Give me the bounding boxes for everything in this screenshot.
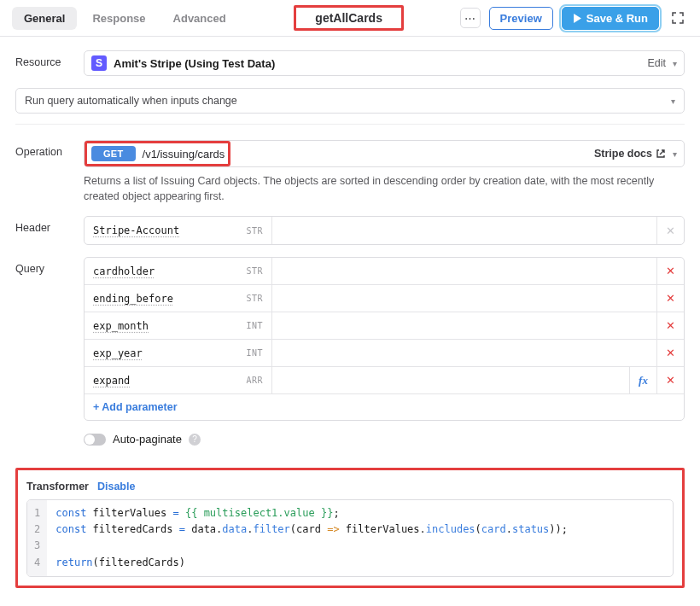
operation-label: Operation (15, 140, 84, 158)
query-params-table: cardholderSTR ✕ ending_beforeSTR ✕ exp_m… (84, 257, 685, 421)
remove-param-button[interactable]: ✕ (656, 285, 684, 312)
param-input-exp-year[interactable] (272, 340, 656, 366)
chevron-down-icon: ▾ (673, 59, 677, 68)
resource-label: Resource (15, 50, 84, 68)
header-param-row: Stripe-AccountSTR ✕ (85, 217, 684, 244)
param-row-cardholder: cardholderSTR ✕ (85, 258, 684, 285)
expand-button[interactable] (668, 8, 688, 28)
fx-button[interactable]: fx (629, 367, 656, 393)
operation-select[interactable]: GET /v1/issuing/cards (85, 141, 230, 166)
transformer-label: Transformer (26, 481, 89, 492)
remove-param-button[interactable]: ✕ (656, 367, 684, 393)
more-options-button[interactable]: ⋯ (460, 8, 481, 28)
param-row-exp-month: exp_monthINT ✕ (85, 312, 684, 340)
param-input-cardholder[interactable] (272, 258, 656, 284)
param-input-ending-before[interactable] (272, 285, 656, 312)
play-icon (573, 14, 582, 23)
remove-header-button[interactable]: ✕ (656, 217, 684, 244)
param-input-exp-month[interactable] (272, 312, 656, 339)
chevron-down-icon: ▾ (671, 96, 675, 106)
add-parameter-button[interactable]: + Add parameter (85, 394, 684, 420)
param-row-expand: expandARR fx ✕ (85, 367, 684, 394)
edit-resource-link[interactable]: Edit (647, 57, 666, 69)
http-method: GET (91, 146, 136, 161)
tab-general[interactable]: General (12, 7, 77, 30)
transformer-code-editor[interactable]: 1234 const filterValues = {{ multiselect… (26, 499, 674, 577)
stripe-icon: S (91, 55, 107, 71)
header-value-input[interactable] (272, 217, 656, 244)
auto-paginate-toggle[interactable] (84, 434, 106, 446)
resource-select[interactable]: S Amit's Stripe (Using Test Data) Edit ▾ (84, 50, 685, 76)
resource-name: Amit's Stripe (Using Test Data) (114, 57, 640, 70)
endpoint-path: /v1/issuing/cards (143, 148, 225, 160)
remove-param-button[interactable]: ✕ (656, 258, 684, 284)
operation-description: Returns a list of Issuing Card objects. … (84, 174, 685, 204)
ellipsis-icon: ⋯ (464, 12, 475, 25)
preview-button[interactable]: Preview (489, 7, 553, 30)
tab-response[interactable]: Response (80, 7, 157, 30)
param-input-expand[interactable] (272, 367, 629, 393)
remove-param-button[interactable]: ✕ (656, 312, 684, 339)
external-link-icon (656, 149, 666, 159)
query-label: Query (15, 257, 84, 275)
auto-paginate-label: Auto-paginate (113, 433, 182, 446)
remove-param-button[interactable]: ✕ (656, 340, 684, 366)
disable-transformer-link[interactable]: Disable (97, 481, 135, 492)
run-mode-select[interactable]: Run query automatically when inputs chan… (15, 88, 685, 114)
expand-icon (672, 12, 684, 24)
help-icon[interactable]: ? (189, 434, 201, 446)
header-label: Header (15, 216, 84, 234)
tab-advanced[interactable]: Advanced (161, 7, 238, 30)
param-row-ending-before: ending_beforeSTR ✕ (85, 285, 684, 312)
stripe-docs-link[interactable]: Stripe docs (594, 148, 666, 160)
save-run-button[interactable]: Save & Run (562, 7, 659, 30)
query-name[interactable]: getAllCards (294, 5, 404, 31)
transformer-section: Transformer Disable 1234 const filterVal… (15, 468, 685, 588)
param-row-exp-year: exp_yearINT ✕ (85, 340, 684, 367)
chevron-down-icon: ▾ (673, 149, 677, 159)
tab-group: General Response Advanced (12, 7, 238, 30)
